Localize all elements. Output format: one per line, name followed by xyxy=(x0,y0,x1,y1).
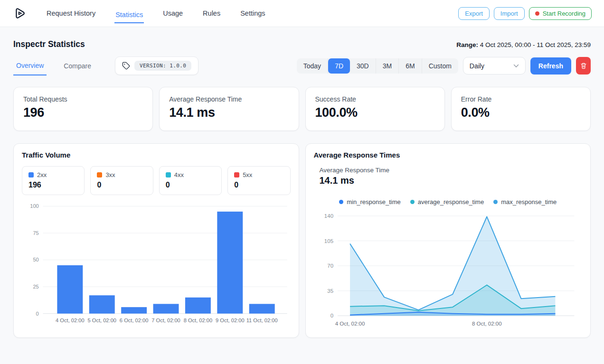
inspectr-logo[interactable] xyxy=(12,6,27,20)
status-3xx-swatch-icon xyxy=(97,172,102,177)
traffic-volume-card: Traffic Volume 2xx 196 3xx 0 4xx xyxy=(13,143,299,338)
stat-cards-row: Total Requests 196 Average Response Time… xyxy=(0,87,604,131)
nav-link-request-history[interactable]: Request History xyxy=(46,7,96,20)
page-header: Inspectr Statistics Range: 4 Oct 2025, 0… xyxy=(0,27,604,49)
stat-value: 196 xyxy=(23,105,143,120)
svg-text:8 Oct, 02:00: 8 Oct, 02:00 xyxy=(472,321,501,327)
svg-text:35: 35 xyxy=(327,288,333,294)
range-button-custom[interactable]: Custom xyxy=(422,58,458,74)
svg-text:4 Oct, 02:00: 4 Oct, 02:00 xyxy=(335,321,365,327)
stat-value: 14.1 ms xyxy=(169,105,289,120)
svg-text:0: 0 xyxy=(36,311,39,317)
interval-selected-value: Daily xyxy=(470,62,484,70)
metric-value: 14.1 ms xyxy=(320,175,583,186)
import-button[interactable]: Import xyxy=(494,7,525,20)
stat-label: Error Rate xyxy=(461,95,581,103)
tag-icon xyxy=(122,62,130,70)
legend-label: min_response_time xyxy=(347,198,400,205)
stat-label: Average Response Time xyxy=(169,95,289,103)
export-button[interactable]: Export xyxy=(458,7,490,20)
svg-text:0: 0 xyxy=(330,313,333,318)
nav-link-settings[interactable]: Settings xyxy=(239,7,266,20)
status-card-5xx: 5xx 0 xyxy=(227,166,290,195)
response-times-title: Average Response Times xyxy=(314,151,583,159)
chevron-down-icon xyxy=(513,64,519,68)
nav-link-rules[interactable]: Rules xyxy=(202,7,221,20)
nav-link-usage[interactable]: Usage xyxy=(162,7,184,20)
nav-actions: Export Import Start Recording xyxy=(458,7,592,20)
legend-dot-icon xyxy=(493,200,498,204)
legend-item-min[interactable]: min_response_time xyxy=(339,198,400,205)
range-button-30d[interactable]: 30D xyxy=(350,58,376,74)
legend-label: average_response_time xyxy=(418,198,484,205)
svg-text:5 Oct, 02:00: 5 Oct, 02:00 xyxy=(87,317,116,323)
stat-label: Success Rate xyxy=(315,95,435,103)
range-button-today[interactable]: Today xyxy=(297,58,328,74)
svg-text:50: 50 xyxy=(33,257,38,262)
legend-dot-icon xyxy=(410,200,415,204)
svg-text:75: 75 xyxy=(33,230,38,236)
stat-card-total-requests: Total Requests 196 xyxy=(13,87,153,131)
tabs-controls-row: Overview Compare VERSION: 1.0.0 Today 7D… xyxy=(0,56,604,75)
response-times-area-chart: 035701051404 Oct, 02:008 Oct, 02:00 xyxy=(314,207,583,332)
record-dot-icon xyxy=(535,11,539,16)
svg-text:7 Oct, 02:00: 7 Oct, 02:00 xyxy=(151,317,180,323)
status-value: 0 xyxy=(97,181,146,189)
stat-card-error-rate: Error Rate 0.0% xyxy=(451,87,591,131)
stat-label: Total Requests xyxy=(23,95,143,103)
metric-label: Average Response Time xyxy=(320,167,583,174)
status-value: 0 xyxy=(166,181,215,189)
status-4xx-swatch-icon xyxy=(166,172,171,177)
interval-select[interactable]: Daily xyxy=(463,57,526,75)
response-times-card: Average Response Times Average Response … xyxy=(305,143,591,338)
delete-button[interactable] xyxy=(576,57,591,75)
charts-row: Traffic Volume 2xx 196 3xx 0 4xx xyxy=(0,143,604,338)
status-2xx-swatch-icon xyxy=(28,172,34,177)
response-metric: Average Response Time 14.1 ms xyxy=(320,167,583,186)
legend-label: max_response_time xyxy=(501,198,557,205)
traffic-volume-bar-chart: 02550751004 Oct, 02:005 Oct, 02:006 Oct,… xyxy=(22,200,291,333)
svg-text:70: 70 xyxy=(327,263,333,269)
version-pill: VERSION: 1.0.0 xyxy=(134,61,191,71)
stat-card-success-rate: Success Rate 100.0% xyxy=(305,87,445,131)
svg-text:140: 140 xyxy=(324,213,333,219)
status-5xx-swatch-icon xyxy=(234,172,239,177)
svg-text:9 Oct, 02:00: 9 Oct, 02:00 xyxy=(216,317,245,323)
chart-controls: Today 7D 30D 3M 6M Custom Daily Refresh xyxy=(297,57,591,75)
legend-item-average[interactable]: average_response_time xyxy=(410,198,484,205)
play-logo-icon xyxy=(12,6,27,20)
svg-text:8 Oct, 02:00: 8 Oct, 02:00 xyxy=(184,317,213,323)
svg-text:25: 25 xyxy=(33,284,38,289)
date-range-text: Range: 4 Oct 2025, 00:00 - 11 Oct 2025, … xyxy=(456,41,591,48)
status-label: 2xx xyxy=(37,171,47,178)
range-button-3m[interactable]: 3M xyxy=(376,58,399,74)
svg-text:11 Oct, 02:00: 11 Oct, 02:00 xyxy=(246,317,278,323)
svg-text:100: 100 xyxy=(30,203,39,209)
range-button-7d[interactable]: 7D xyxy=(328,58,350,74)
legend-dot-icon xyxy=(339,200,343,204)
status-card-4xx: 4xx 0 xyxy=(159,166,222,195)
range-button-6m[interactable]: 6M xyxy=(399,58,422,74)
tab-overview[interactable]: Overview xyxy=(13,56,47,75)
status-label: 4xx xyxy=(174,171,184,178)
traffic-volume-title: Traffic Volume xyxy=(22,151,291,159)
start-recording-button[interactable]: Start Recording xyxy=(529,7,592,20)
page-title: Inspectr Statistics xyxy=(13,39,85,49)
legend-item-max[interactable]: max_response_time xyxy=(493,198,557,205)
tab-compare[interactable]: Compare xyxy=(61,56,94,75)
status-card-3xx: 3xx 0 xyxy=(90,166,153,195)
refresh-button[interactable]: Refresh xyxy=(530,57,571,75)
status-value: 0 xyxy=(234,181,283,189)
status-label: 3xx xyxy=(105,171,115,178)
status-code-cards: 2xx 196 3xx 0 4xx 0 xyxy=(22,166,291,195)
svg-text:4 Oct, 02:00: 4 Oct, 02:00 xyxy=(56,317,85,323)
stat-card-avg-response-time: Average Response Time 14.1 ms xyxy=(159,87,299,131)
status-card-2xx: 2xx 196 xyxy=(22,166,85,195)
range-label: Range: xyxy=(456,41,478,48)
chart-legend: min_response_time average_response_time … xyxy=(314,198,583,205)
nav-link-statistics[interactable]: Statistics xyxy=(114,8,144,23)
status-value: 196 xyxy=(28,181,78,189)
range-value: 4 Oct 2025, 00:00 - 11 Oct 2025, 23:59 xyxy=(480,41,591,48)
range-segmented-control: Today 7D 30D 3M 6M Custom xyxy=(297,58,458,74)
view-tabs: Overview Compare VERSION: 1.0.0 xyxy=(13,56,198,75)
